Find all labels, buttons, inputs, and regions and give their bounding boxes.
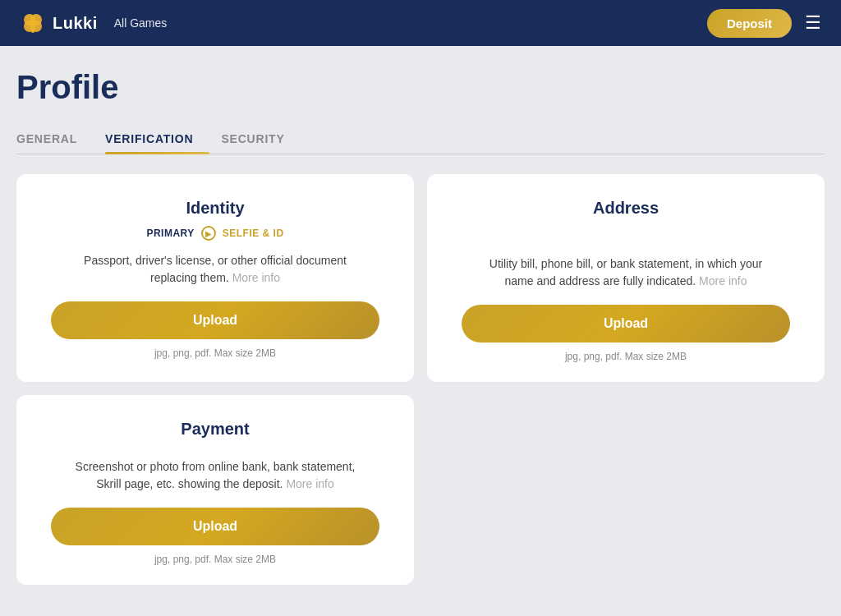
tab-verification[interactable]: VERIFICATION <box>105 122 209 154</box>
address-card: Address Utility bill, phone bill, or ban… <box>427 174 825 382</box>
address-card-title: Address <box>593 199 659 218</box>
payment-card: Payment Screenshot or photo from online … <box>16 395 414 585</box>
logo-text: Lukki <box>53 14 98 33</box>
page-title: Profile <box>16 69 825 106</box>
payment-more-info[interactable]: More info <box>286 477 333 490</box>
page-content: Profile GENERAL VERIFICATION SECURITY Id… <box>0 46 841 601</box>
address-description: Utility bill, phone bill, or bank statem… <box>478 255 774 290</box>
tab-security[interactable]: SECURITY <box>221 122 301 154</box>
logo-area: Lukki <box>20 10 98 36</box>
identity-card: Identity PRIMARY ▶ SELFIE & ID Passport,… <box>16 174 414 382</box>
payment-card-title: Payment <box>181 420 249 439</box>
payment-description: Screenshot or photo from online bank, ba… <box>67 458 363 493</box>
identity-more-info[interactable]: More info <box>232 271 280 284</box>
identity-description: Passport, driver's license, or other off… <box>67 252 363 287</box>
header-right: Deposit ☰ <box>707 9 821 38</box>
address-more-info[interactable]: More info <box>699 274 747 287</box>
subtab-arrow-icon: ▶ <box>201 226 216 241</box>
deposit-button[interactable]: Deposit <box>707 9 792 38</box>
header: Lukki All Games Deposit ☰ <box>0 0 841 46</box>
tab-general[interactable]: GENERAL <box>16 122 94 154</box>
hamburger-menu-icon[interactable]: ☰ <box>805 14 821 32</box>
svg-rect-4 <box>31 28 34 33</box>
subtab-selfie-label[interactable]: SELFIE & ID <box>223 228 284 239</box>
identity-card-title: Identity <box>186 199 244 218</box>
header-left: Lukki All Games <box>20 10 167 36</box>
logo-icon <box>20 10 46 36</box>
cards-grid: Identity PRIMARY ▶ SELFIE & ID Passport,… <box>16 174 825 585</box>
subtab-primary-label[interactable]: PRIMARY <box>146 228 194 239</box>
identity-subtabs: PRIMARY ▶ SELFIE & ID <box>146 226 283 241</box>
tabs-bar: GENERAL VERIFICATION SECURITY <box>16 122 825 154</box>
address-file-info: jpg, png, pdf. Max size 2MB <box>565 351 687 362</box>
all-games-nav[interactable]: All Games <box>114 16 168 30</box>
identity-file-info: jpg, png, pdf. Max size 2MB <box>154 347 276 359</box>
identity-upload-button[interactable]: Upload <box>51 301 379 339</box>
address-upload-button[interactable]: Upload <box>462 305 790 342</box>
payment-file-info: jpg, png, pdf. Max size 2MB <box>154 554 276 565</box>
payment-upload-button[interactable]: Upload <box>51 508 379 545</box>
